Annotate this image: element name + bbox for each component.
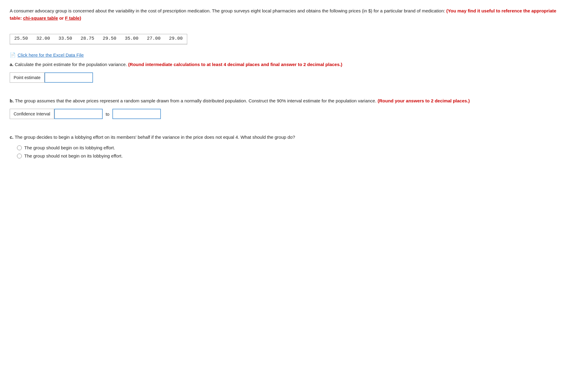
chi-square-link[interactable]: chi-square table	[23, 15, 58, 21]
radio-begin-lobbying[interactable]	[17, 145, 22, 150]
section-b-text: b. The group assumes that the above pric…	[10, 97, 568, 105]
data-cell-1: 25.50	[10, 34, 32, 43]
data-cell-3: 33.50	[54, 34, 76, 43]
excel-file-icon: 📄	[10, 52, 16, 58]
section-c-text: c. The group decides to begin a lobbying…	[10, 134, 568, 141]
section-a-description: Calculate the point estimate for the pop…	[14, 62, 128, 67]
data-cell-8: 29.00	[165, 34, 187, 43]
data-cell-2: 32.00	[32, 34, 54, 43]
section-b: b. The group assumes that the above pric…	[10, 97, 568, 119]
section-a-label: a.	[10, 62, 14, 67]
data-cell-6: 35.00	[121, 34, 143, 43]
section-b-description: The group assumes that the above prices …	[14, 98, 377, 103]
intro-paragraph: A consumer advocacy group is concerned a…	[10, 7, 568, 22]
excel-data-link[interactable]: Click here for the Excel Data File	[18, 52, 84, 58]
radio-label-1: The group should begin on its lobbying e…	[24, 145, 115, 150]
section-b-instruction: (Round your answers to 2 decimal places.…	[378, 98, 470, 103]
data-cell-5: 29.50	[98, 34, 121, 43]
radio-not-begin-lobbying[interactable]	[17, 154, 22, 158]
intro-text-before: A consumer advocacy group is concerned a…	[10, 8, 446, 13]
section-a-instruction: (Round intermediate calculations to at l…	[128, 62, 342, 67]
to-separator: to	[103, 111, 113, 117]
radio-group: The group should begin on its lobbying e…	[17, 145, 568, 158]
section-c-label: c.	[10, 135, 14, 140]
section-b-input-row: Confidence Interval to	[10, 109, 568, 119]
radio-label-2: The group should not begin on its lobbyi…	[24, 153, 123, 158]
section-a-input-row: Point estimate	[10, 72, 568, 83]
section-c-description: The group decides to begin a lobbying ef…	[14, 135, 295, 140]
section-a-text: a. Calculate the point estimate for the …	[10, 61, 568, 68]
data-table-wrapper: 25.50 32.00 33.50 28.75 29.50 35.00 27.0…	[10, 34, 187, 45]
data-cell-4: 28.75	[76, 34, 98, 43]
confidence-interval-input-upper[interactable]	[112, 109, 161, 119]
radio-option-2[interactable]: The group should not begin on its lobbyi…	[17, 153, 568, 158]
excel-link-row: 📄 Click here for the Excel Data File	[10, 52, 568, 58]
confidence-interval-input-lower[interactable]	[54, 109, 103, 119]
point-estimate-input[interactable]	[45, 72, 93, 83]
f-table-link[interactable]: F table	[65, 15, 80, 21]
section-b-label: b.	[10, 98, 14, 103]
confidence-interval-label: Confidence Interval	[10, 109, 54, 119]
data-table: 25.50 32.00 33.50 28.75 29.50 35.00 27.0…	[10, 34, 187, 44]
section-c: c. The group decides to begin a lobbying…	[10, 134, 568, 158]
data-cell-7: 27.00	[143, 34, 165, 43]
point-estimate-label: Point estimate	[10, 72, 45, 83]
section-a: a. Calculate the point estimate for the …	[10, 61, 568, 83]
radio-option-1[interactable]: The group should begin on its lobbying e…	[17, 145, 568, 150]
